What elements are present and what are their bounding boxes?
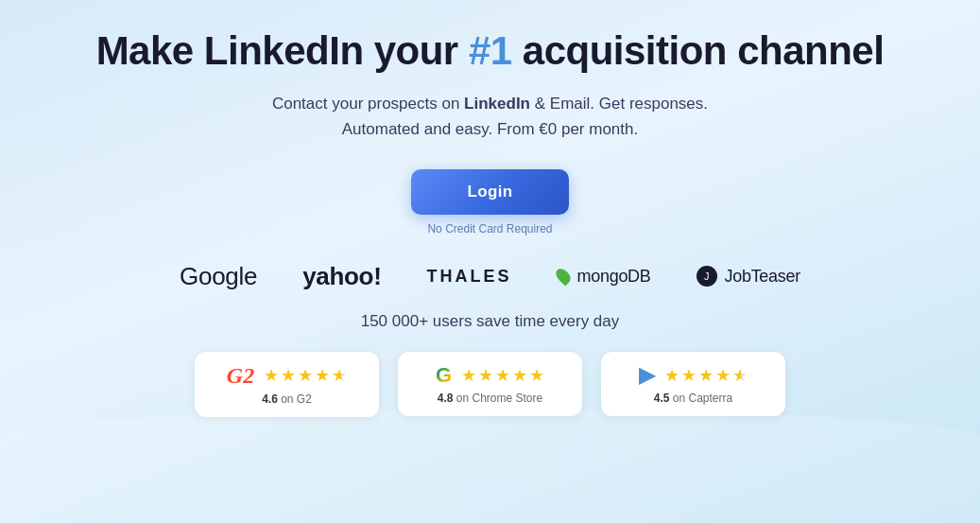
- capterra-platform: on Capterra: [673, 392, 732, 405]
- subtitle-line2: Automated and easy. From €0 per month.: [342, 120, 638, 138]
- logo-jobteaser: J JobTeaser: [696, 266, 800, 287]
- capterra-star-3: ★: [698, 365, 714, 386]
- login-section: Login No Credit Card Required: [411, 169, 570, 235]
- ratings-row: G2 ★ ★ ★ ★ ★ 4.6 on G2 G ★ ★ ★ ★ ★: [131, 352, 850, 417]
- capterra-star-1: ★: [664, 365, 679, 386]
- chrome-star-3: ★: [495, 365, 510, 386]
- logo-thales: THALES: [427, 267, 512, 287]
- rating-label-g2: 4.6 on G2: [262, 392, 312, 406]
- subtitle-line1-start: Contact your prospects on: [272, 95, 464, 113]
- users-count-text: 150 000+ users save time every day: [361, 312, 620, 331]
- main-title: Make LinkedIn your #1 acquisition channe…: [96, 28, 885, 74]
- mongodb-leaf-icon: [553, 267, 573, 287]
- rating-label-capterra: 4.5 on Capterra: [654, 392, 732, 405]
- logos-row: Google yahoo! THALES mongoDB J JobTeaser: [57, 262, 923, 291]
- chrome-star-1: ★: [461, 365, 476, 386]
- capterra-star-4: ★: [715, 365, 731, 386]
- subtitle-line1-end: & Email. Get responses.: [530, 95, 708, 113]
- star-4: ★: [315, 365, 330, 386]
- chrome-platform: on Chrome Store: [456, 392, 542, 405]
- title-accent: #1: [469, 28, 512, 73]
- g2-score: 4.6: [262, 392, 278, 406]
- stars-g2: ★ ★ ★ ★ ★: [264, 365, 347, 386]
- capterra-star-half: ★: [732, 365, 748, 386]
- no-credit-card-text: No Credit Card Required: [427, 222, 552, 235]
- rating-label-chrome: 4.8 on Chrome Store: [438, 392, 542, 405]
- star-2: ★: [281, 365, 296, 386]
- rating-top-capterra: ▶ ★ ★ ★ ★ ★: [639, 363, 748, 388]
- stars-chrome: ★ ★ ★ ★ ★: [461, 365, 544, 386]
- title-start: Make LinkedIn your: [96, 28, 469, 73]
- logo-mongodb: mongoDB: [558, 267, 651, 287]
- google-g-icon: G: [436, 363, 452, 388]
- rating-card-g2: G2 ★ ★ ★ ★ ★ 4.6 on G2: [195, 352, 379, 417]
- rating-top-chrome: G ★ ★ ★ ★ ★: [436, 363, 544, 388]
- star-half-g2: ★: [332, 365, 347, 386]
- logo-yahoo: yahoo!: [302, 262, 381, 291]
- rating-card-chrome-store: G ★ ★ ★ ★ ★ 4.8 on Chrome Store: [398, 352, 582, 416]
- star-1: ★: [264, 365, 279, 386]
- star-3: ★: [298, 365, 313, 386]
- g2-platform: on G2: [281, 392, 312, 406]
- jobteaser-logo-icon: J: [696, 266, 717, 287]
- rating-card-capterra: ▶ ★ ★ ★ ★ ★ 4.5 on Capterra: [601, 352, 785, 416]
- g2-icon: G2: [227, 363, 254, 389]
- subtitle-linkedin-bold: LinkedIn: [464, 95, 530, 113]
- logo-google: Google: [180, 262, 257, 291]
- chrome-star-5: ★: [529, 365, 544, 386]
- capterra-star-2: ★: [681, 365, 696, 386]
- capterra-icon: ▶: [639, 363, 655, 388]
- title-end: acquisition channel: [512, 28, 885, 73]
- login-button[interactable]: Login: [411, 169, 570, 215]
- rating-top-g2: G2 ★ ★ ★ ★ ★: [227, 363, 347, 389]
- subtitle: Contact your prospects on LinkedIn & Ema…: [272, 91, 708, 142]
- stars-capterra: ★ ★ ★ ★ ★: [664, 365, 748, 386]
- capterra-score: 4.5: [654, 392, 670, 405]
- chrome-score: 4.8: [438, 392, 454, 405]
- chrome-star-4: ★: [512, 365, 527, 386]
- chrome-star-2: ★: [478, 365, 493, 386]
